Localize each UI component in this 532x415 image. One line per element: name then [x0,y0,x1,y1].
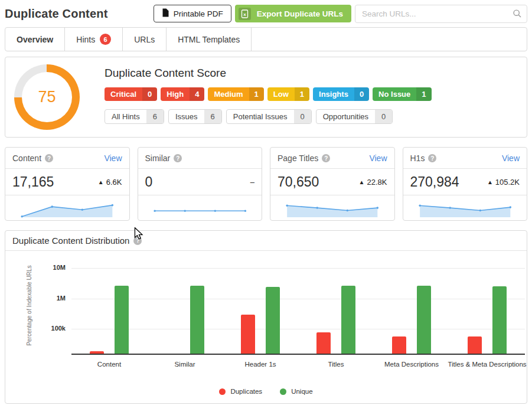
badge-critical-label: Critical [105,87,142,101]
stat-page-titles-value: 70,650 [278,174,319,190]
stat-h1s-delta-value: 105.2K [495,178,520,187]
tab-overview-label: Overview [17,35,53,44]
badge-low-count: 1 [295,87,309,101]
gridline [71,299,525,299]
export-duplicate-urls-button[interactable]: x Export Duplicate URLs [235,5,351,22]
distribution-plot: 10M1M100kContentSimilarHeader 1sTitlesMe… [71,260,525,355]
bar-unique-titles-meta-descriptions[interactable] [492,286,507,354]
bar-unique-header-1s[interactable] [266,287,280,354]
pdf-file-icon [162,8,169,19]
filter-opportunities[interactable]: Opportunities 0 [316,109,393,124]
stat-page-titles-sparkline [270,195,394,220]
sparkline-chart [276,196,389,220]
bar-unique-similar[interactable] [190,286,204,354]
filter-issues[interactable]: Issues 6 [168,109,222,124]
x-axis-label: Content [68,360,151,370]
filter-potential-issues[interactable]: Potential Issues 0 [226,109,312,124]
badge-no-issue[interactable]: No Issue 1 [373,87,431,101]
bar-duplicates-titles-meta-descriptions[interactable] [468,336,482,354]
badge-high[interactable]: High 4 [161,87,204,101]
tab-overview[interactable]: Overview [5,28,65,51]
printable-pdf-button[interactable]: Printable PDF [154,5,231,22]
badge-low[interactable]: Low 1 [267,87,309,101]
filter-potential-issues-label: Potential Issues [227,110,294,123]
badge-critical-count: 0 [142,87,157,101]
duplicate-content-score-card: 75 Duplicate Content Score Critical 0 Hi… [5,57,527,138]
stat-card-h1s: H1s ? View 270,984 ▲ 105.2K [403,147,528,221]
x-axis-label: Titles [295,360,377,370]
x-axis-label: Titles & Meta Descriptions [446,360,528,370]
unique-dot-icon [280,388,286,395]
printable-pdf-label: Printable PDF [174,9,223,18]
chart-legend: Duplicates Unique [5,388,527,395]
y-axis-title: Percentage of Indexable URLs [25,264,33,347]
badge-high-count: 4 [190,87,204,101]
filter-all-hints[interactable]: All Hints 6 [105,109,164,124]
hint-filter-row: All Hints 6 Issues 6 Potential Issues 0 … [105,109,432,124]
main-content: 75 Duplicate Content Score Critical 0 Hi… [0,51,532,404]
filter-opportunities-label: Opportunities [316,110,375,123]
bar-unique-meta-descriptions[interactable] [417,286,431,354]
delta-up-icon: ▲ [98,179,104,185]
tab-bar: Overview Hints 6 URLs HTML Templates [5,27,527,51]
help-icon[interactable]: ? [174,154,182,162]
badge-insights[interactable]: Insights 0 [313,87,369,101]
duplicates-dot-icon [219,388,226,395]
x-axis-label: Similar [143,360,226,370]
stat-content-delta-value: 6.6K [106,178,122,187]
search-input[interactable] [355,5,527,23]
badge-insights-label: Insights [313,87,354,101]
search-box [355,5,527,23]
stat-content-value: 17,165 [12,174,54,190]
mouse-cursor [134,227,143,242]
filter-potential-issues-count: 0 [294,110,311,123]
export-label: Export Duplicate URLs [257,9,343,18]
bar-duplicates-header-1s[interactable] [241,315,255,354]
tab-urls[interactable]: URLs [123,28,167,51]
badge-medium-count: 1 [249,87,264,101]
legend-unique[interactable]: Unique [280,388,312,395]
stat-content-title: Content [12,153,41,163]
duplicate-content-distribution-card: Duplicate Content Distribution ? Percent… [5,230,527,404]
spreadsheet-icon: x [239,8,251,20]
help-icon[interactable]: ? [322,154,330,162]
score-donut: 75 [14,64,80,130]
severity-badge-row: Critical 0 High 4 Medium 1 Low 1 [105,87,432,101]
svg-text:x: x [243,12,246,17]
distribution-chart: Percentage of Indexable URLs 10M1M100kCo… [5,251,527,403]
bar-unique-content[interactable] [115,286,129,354]
stat-card-content: Content ? View 17,165 ▲ 6.6K [5,147,130,221]
stat-content-sparkline [5,195,129,220]
page-title: Duplicate Content [5,7,108,21]
help-icon[interactable]: ? [428,154,436,162]
bar-unique-titles[interactable] [341,286,355,354]
gridline [71,268,525,269]
legend-duplicates[interactable]: Duplicates [219,388,262,395]
stat-h1s-title: H1s [410,153,425,163]
view-link-page-titles[interactable]: View [369,153,387,163]
y-axis-tick: 1M [37,295,66,302]
bar-duplicates-content[interactable] [90,351,104,354]
view-link-content[interactable]: View [104,153,122,163]
score-value: 75 [38,88,56,106]
badge-critical[interactable]: Critical 0 [105,87,157,101]
help-icon[interactable]: ? [45,154,53,162]
badge-medium[interactable]: Medium 1 [208,87,263,101]
sparkline-chart [409,196,522,220]
filter-issues-label: Issues [169,110,204,123]
stat-page-titles-title: Page Titles [278,153,318,163]
view-link-h1s[interactable]: View [502,153,520,163]
bar-duplicates-titles[interactable] [316,332,331,354]
stat-card-similar: Similar ? 0 – [138,147,263,221]
stat-h1s-delta: ▲ 105.2K [487,178,520,187]
stat-similar-title: Similar [145,153,171,163]
delta-up-icon: ▲ [359,179,365,185]
tab-html-templates[interactable]: HTML Templates [167,28,252,51]
stat-page-titles-delta-value: 22.8K [367,178,387,187]
tab-hints[interactable]: Hints 6 [65,28,123,51]
stat-card-row: Content ? View 17,165 ▲ 6.6K Simil [5,147,527,221]
bar-duplicates-meta-descriptions[interactable] [392,336,406,354]
search-icon[interactable] [513,9,522,21]
gridline [71,329,525,329]
tab-html-templates-label: HTML Templates [178,35,240,44]
